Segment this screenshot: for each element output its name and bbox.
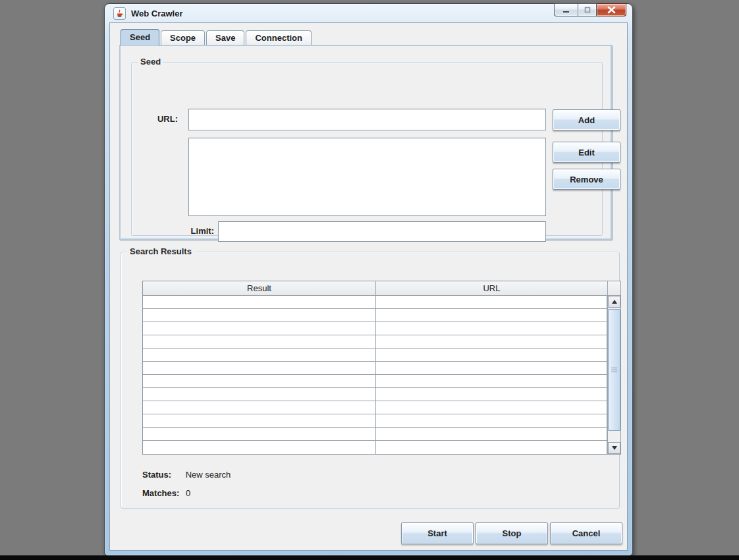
remove-button[interactable]: Remove — [553, 169, 620, 190]
table-row[interactable] — [143, 414, 607, 428]
scrollbar-down-button[interactable] — [608, 442, 620, 454]
screen-bottom-edge — [0, 555, 739, 560]
limit-label: Limit: — [184, 226, 214, 236]
table-row[interactable] — [143, 441, 607, 454]
tab-save[interactable]: Save — [206, 30, 244, 45]
table-cell — [143, 388, 376, 401]
table-row[interactable] — [143, 375, 607, 388]
java-coffee-cup-icon — [113, 7, 126, 20]
table-cell — [376, 349, 607, 361]
scrollbar-thumb[interactable] — [608, 309, 620, 431]
table-cell — [376, 441, 607, 454]
table-cell — [143, 428, 376, 440]
table-cell — [143, 335, 376, 348]
cancel-button[interactable]: Cancel — [550, 522, 622, 544]
status-label: Status: — [142, 470, 171, 480]
table-row[interactable] — [143, 362, 607, 375]
window-controls — [554, 3, 626, 16]
table-row[interactable] — [143, 428, 607, 441]
results-table-header: Result URL — [143, 281, 620, 296]
add-button[interactable]: Add — [553, 109, 620, 130]
limit-input[interactable] — [218, 221, 546, 242]
edit-button[interactable]: Edit — [553, 142, 620, 163]
table-cell — [143, 441, 376, 454]
table-row[interactable] — [143, 401, 607, 414]
seed-list[interactable] — [188, 138, 546, 216]
start-button[interactable]: Start — [401, 522, 474, 544]
tab-scope[interactable]: Scope — [161, 30, 205, 45]
matches-row: Matches: 0 — [142, 488, 190, 498]
stop-button[interactable]: Stop — [476, 522, 548, 544]
close-icon — [607, 7, 616, 14]
url-label: URL: — [144, 114, 178, 124]
vertical-scrollbar — [607, 296, 620, 454]
arrow-down-icon — [612, 446, 617, 450]
titlebar[interactable]: Web Crawler — [105, 4, 632, 22]
table-cell — [376, 362, 607, 374]
table-cell — [143, 401, 376, 414]
table-cell — [376, 375, 607, 387]
maximize-icon — [584, 7, 591, 13]
minimize-button[interactable] — [554, 3, 578, 16]
table-cell — [376, 401, 607, 414]
table-row[interactable] — [143, 388, 607, 401]
column-header-result[interactable]: Result — [143, 281, 376, 296]
table-cell — [376, 296, 607, 308]
status-value: New search — [186, 470, 231, 480]
tab-content-seed: Seed URL: Add Edit Remove Limit: — [119, 45, 612, 240]
table-row[interactable] — [143, 309, 607, 322]
table-cell — [376, 322, 607, 335]
table-row[interactable] — [143, 349, 607, 362]
search-results-group: Search Results Result URL Status: New se… — [121, 252, 620, 509]
table-cell — [143, 375, 376, 387]
status-row: Status: New search — [142, 470, 231, 480]
tab-seed[interactable]: Seed — [121, 29, 159, 45]
table-cell — [376, 388, 607, 401]
matches-label: Matches: — [142, 488, 179, 498]
desktop: { "window": { "title": "Web Crawler", "i… — [0, 0, 739, 560]
table-cell — [143, 414, 376, 427]
table-cell — [143, 362, 376, 374]
maximize-button[interactable] — [578, 3, 597, 16]
column-header-url[interactable]: URL — [376, 281, 608, 296]
results-table-body — [143, 296, 607, 454]
table-cell — [376, 428, 607, 440]
close-button[interactable] — [597, 3, 626, 16]
arrow-up-icon — [612, 300, 617, 304]
table-cell — [376, 414, 607, 427]
table-row[interactable] — [143, 296, 607, 309]
results-table: Result URL — [142, 281, 621, 455]
tab-connection[interactable]: Connection — [246, 30, 312, 45]
table-cell — [143, 349, 376, 361]
client-area: SeedScopeSaveConnection Seed URL: Add Ed… — [109, 22, 628, 551]
tab-bar: SeedScopeSaveConnection — [121, 28, 313, 45]
seed-group: Seed URL: Add Edit Remove Limit: — [131, 62, 603, 236]
window-title: Web Crawler — [131, 9, 183, 18]
url-input[interactable] — [188, 109, 546, 130]
minimize-icon — [562, 7, 570, 13]
seed-group-title: Seed — [138, 57, 163, 67]
table-row[interactable] — [143, 335, 607, 349]
matches-value: 0 — [186, 488, 190, 498]
table-cell — [376, 309, 607, 322]
column-header-spacer — [608, 281, 620, 296]
scrollbar-grip-icon — [611, 368, 617, 372]
search-results-group-title: Search Results — [127, 246, 194, 256]
table-cell — [143, 322, 376, 335]
table-cell — [143, 309, 376, 322]
table-cell — [376, 335, 607, 348]
table-cell — [143, 296, 376, 308]
scrollbar-up-button[interactable] — [608, 296, 620, 308]
app-window: Web Crawler SeedScopeSaveConnection Seed… — [104, 3, 633, 556]
table-row[interactable] — [143, 322, 607, 335]
